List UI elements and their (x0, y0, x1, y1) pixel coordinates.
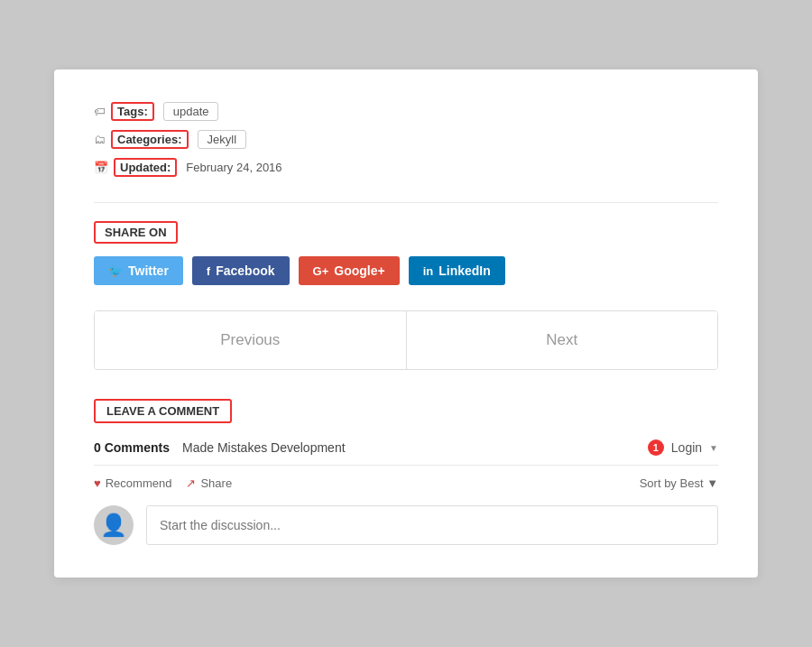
next-button[interactable]: Next (407, 311, 718, 369)
meta-section: 🏷 Tags: update 🗂 Categories: Jekyll 📅 Up… (94, 102, 718, 177)
updated-date: February 24, 2016 (186, 161, 281, 174)
comment-input[interactable] (146, 505, 718, 545)
sort-label: Sort by Best (640, 476, 704, 490)
share-action-button[interactable]: ↗ Share (186, 476, 232, 490)
facebook-label: Facebook (216, 263, 274, 278)
linkedin-label: LinkedIn (438, 263, 491, 278)
updated-row: 📅 Updated: February 24, 2016 (94, 158, 718, 177)
sort-area: Sort by Best ▼ (640, 475, 718, 491)
share-buttons: 🐦 Twitter f Facebook G+ Google+ in Linke… (94, 256, 718, 285)
divider-1 (94, 202, 718, 203)
twitter-icon: 🐦 (108, 264, 123, 278)
googleplus-icon: G+ (313, 264, 329, 278)
share-action-label: Share (200, 476, 232, 490)
sort-button[interactable]: Sort by Best ▼ (640, 476, 718, 490)
recommend-label: Recommend (106, 476, 172, 490)
main-card: 🏷 Tags: update 🗂 Categories: Jekyll 📅 Up… (54, 69, 758, 578)
disqus-right: 1 Login ▼ (648, 439, 718, 456)
categories-label: Categories: (111, 130, 189, 149)
heart-icon: ♥ (94, 476, 101, 490)
site-name: Made Mistakes Development (182, 440, 346, 455)
user-icon: 👤 (100, 513, 127, 538)
comments-count: 0 Comments (94, 440, 170, 455)
linkedin-button[interactable]: in LinkedIn (409, 256, 505, 285)
share-icon: ↗ (186, 476, 196, 490)
share-label: SHARE ON (94, 221, 178, 244)
avatar: 👤 (94, 505, 134, 545)
action-left: ♥ Recommend ↗ Share (94, 476, 232, 490)
tag-icon: 🏷 (94, 105, 106, 118)
categories-row: 🗂 Categories: Jekyll (94, 130, 718, 149)
tags-row: 🏷 Tags: update (94, 102, 718, 121)
share-section: SHARE ON 🐦 Twitter f Facebook G+ Google+… (94, 221, 718, 285)
disqus-bar: 0 Comments Made Mistakes Development 1 L… (94, 439, 718, 466)
login-link[interactable]: Login (671, 440, 702, 455)
comments-header-label: LEAVE A COMMENT (94, 399, 232, 423)
disqus-left: 0 Comments Made Mistakes Development (94, 440, 346, 455)
calendar-icon: 📅 (94, 161, 108, 174)
category-icon: 🗂 (94, 133, 106, 146)
twitter-button[interactable]: 🐦 Twitter (94, 256, 183, 285)
disqus-actions: ♥ Recommend ↗ Share Sort by Best ▼ (94, 475, 718, 491)
updated-label: Updated: (114, 158, 177, 177)
facebook-button[interactable]: f Facebook (192, 256, 290, 285)
linkedin-icon: in (423, 264, 434, 278)
googleplus-label: Google+ (334, 263, 384, 278)
sort-arrow: ▼ (706, 476, 718, 490)
facebook-icon: f (207, 264, 210, 278)
login-dropdown-arrow[interactable]: ▼ (709, 443, 718, 453)
twitter-label: Twitter (128, 263, 169, 278)
comment-input-row: 👤 (94, 505, 718, 545)
tags-label: Tags: (111, 102, 154, 121)
navigation-section: Previous Next (94, 310, 718, 370)
notification-badge: 1 (648, 439, 664, 456)
previous-button[interactable]: Previous (95, 311, 407, 369)
comments-section: LEAVE A COMMENT 0 Comments Made Mistakes… (94, 399, 718, 545)
googleplus-button[interactable]: G+ Google+ (299, 256, 400, 285)
category-jekyll[interactable]: Jekyll (198, 130, 247, 149)
tag-update[interactable]: update (163, 102, 219, 121)
recommend-button[interactable]: ♥ Recommend (94, 476, 171, 490)
